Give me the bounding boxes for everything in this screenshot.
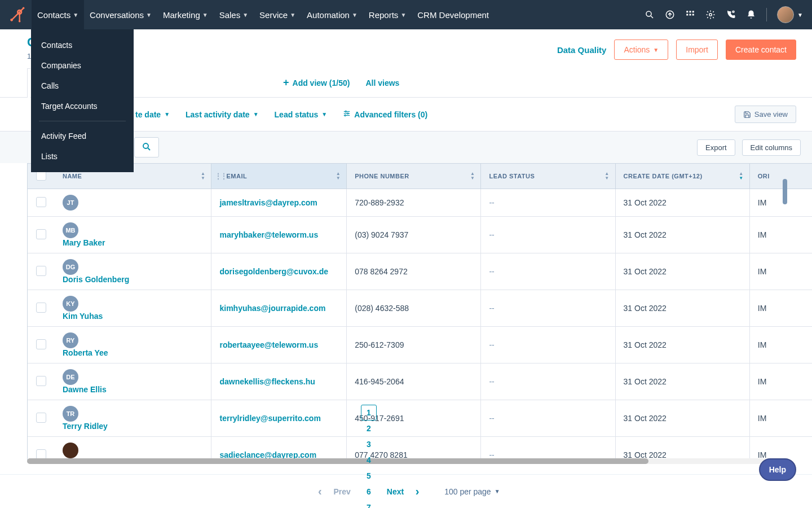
contact-email-link[interactable]: dorisegoldenberg@cuvox.de [219, 267, 328, 276]
chevron-down-icon: ▼ [146, 12, 152, 18]
pager-page-2[interactable]: 2 [361, 421, 377, 436]
per-page-select[interactable]: 100 per page▼ [444, 487, 500, 496]
filter-create-date[interactable]: te date▼ [135, 110, 170, 119]
pager-page-3[interactable]: 3 [361, 436, 377, 452]
marketplace-icon[interactable] [685, 10, 695, 20]
save-view-button[interactable]: Save view [735, 106, 796, 123]
row-checkbox[interactable] [36, 413, 46, 423]
advanced-filters[interactable]: Advanced filters (0) [343, 110, 427, 119]
upgrade-icon[interactable] [665, 10, 675, 20]
chevron-down-icon: ▼ [352, 12, 358, 18]
origin-cell: IM [749, 364, 812, 400]
pager-page-7[interactable]: 7 [361, 500, 377, 509]
pager-prev-arrow[interactable]: ‹ [312, 484, 328, 500]
tab-current[interactable] [27, 68, 30, 98]
export-button[interactable]: Export [697, 139, 735, 156]
contact-name-link[interactable]: Terry Ridley [63, 422, 108, 431]
nav-divider [766, 8, 767, 21]
sort-icon[interactable]: ▲▼ [470, 172, 475, 181]
import-button[interactable]: Import [676, 40, 718, 60]
all-views-link[interactable]: All views [365, 78, 399, 87]
row-checkbox[interactable] [36, 266, 46, 276]
nav-item-automation[interactable]: Automation▼ [301, 0, 363, 29]
column-header-ori[interactable]: ORI [749, 164, 812, 189]
nav-item-service[interactable]: Service▼ [254, 0, 301, 29]
row-checkbox[interactable] [36, 376, 46, 386]
scrollbar-thumb[interactable] [27, 458, 648, 464]
search-icon[interactable] [645, 10, 655, 20]
row-checkbox[interactable] [36, 229, 46, 239]
column-header-phone-number[interactable]: PHONE NUMBER▲▼ [347, 164, 481, 189]
column-header-lead-status[interactable]: LEAD STATUS▲▼ [481, 164, 615, 189]
pager-page-5[interactable]: 5 [361, 468, 377, 484]
sort-icon[interactable]: ▲▼ [604, 172, 609, 181]
sort-icon[interactable]: ▲▼ [201, 172, 205, 181]
contacts-table-wrap[interactable]: NAME▲▼⋮⋮EMAIL▲▼PHONE NUMBER▲▼LEAD STATUS… [27, 163, 812, 462]
row-checkbox[interactable] [36, 303, 46, 313]
pagination: ‹ Prev 1234567891011 Next › 100 per page… [0, 474, 812, 508]
contact-email-link[interactable]: robertaayee@teleworm.us [219, 340, 318, 349]
create-contact-button[interactable]: Create contact [726, 40, 796, 60]
contact-email-link[interactable]: kimhyuhas@jourrapide.com [219, 304, 325, 313]
contact-name-link[interactable]: Kim Yuhas [63, 312, 103, 321]
pager-page-6[interactable]: 6 [361, 484, 377, 500]
contact-name-link[interactable]: Roberta Yee [63, 348, 108, 357]
data-quality-link[interactable]: Data Quality [557, 45, 607, 55]
settings-gear-icon[interactable] [705, 10, 716, 20]
actions-button[interactable]: Actions▼ [614, 40, 668, 60]
sort-icon[interactable]: ▲▼ [739, 172, 743, 181]
contact-name-link[interactable]: Doris Goldenberg [63, 275, 129, 284]
account-menu[interactable]: ▼ [777, 6, 803, 23]
hubspot-logo-icon[interactable] [9, 7, 25, 23]
dropdown-item-calls[interactable]: Calls [31, 76, 134, 96]
sort-icon[interactable]: ▲▼ [336, 172, 341, 181]
notifications-bell-icon[interactable] [746, 10, 756, 20]
nav-item-marketing[interactable]: Marketing▼ [157, 0, 214, 29]
contact-email-link[interactable]: terrylridley@superrito.com [219, 414, 320, 423]
row-checkbox[interactable] [36, 449, 46, 459]
horizontal-scrollbar[interactable] [27, 458, 785, 464]
row-checkbox[interactable] [36, 339, 46, 349]
pager-prev[interactable]: Prev [330, 484, 354, 500]
pager-next[interactable]: Next [383, 484, 407, 500]
dropdown-item-contacts[interactable]: Contacts [31, 35, 134, 55]
svg-text:1: 1 [733, 11, 734, 13]
contact-email-link[interactable]: maryhbaker@teleworm.us [219, 230, 318, 239]
table-row: DGDoris Goldenbergdorisegoldenberg@cuvox… [28, 253, 812, 290]
create-date-cell: 31 Oct 2022 [615, 290, 749, 327]
drag-handle-icon[interactable]: ⋮⋮ [215, 172, 226, 180]
dropdown-item-target-accounts[interactable]: Target Accounts [31, 96, 134, 116]
contact-avatar: DG [63, 259, 78, 275]
nav-item-reports[interactable]: Reports▼ [363, 0, 412, 29]
dropdown-item-lists[interactable]: Lists [31, 146, 134, 167]
column-header-email[interactable]: ⋮⋮EMAIL▲▼ [211, 164, 347, 189]
contact-name-link[interactable]: Mary Baker [63, 238, 105, 247]
chevron-down-icon: ▼ [202, 12, 208, 18]
contact-email-link[interactable]: dawnekellis@fleckens.hu [219, 377, 315, 386]
origin-cell: IM [749, 290, 812, 327]
nav-item-contacts[interactable]: Contacts▼ [32, 0, 84, 29]
contact-name-link[interactable]: Dawne Ellis [63, 385, 107, 394]
nav-item-crm-development[interactable]: CRM Development [412, 0, 495, 29]
pager-page-4[interactable]: 4 [361, 452, 377, 468]
contact-avatar: RY [63, 332, 78, 348]
search-icon[interactable] [142, 142, 152, 154]
calling-icon[interactable]: 1 [726, 10, 736, 20]
edit-columns-button[interactable]: Edit columns [742, 139, 801, 156]
pager-page-1[interactable]: 1 [361, 405, 377, 421]
vertical-scrollbar-thumb[interactable] [783, 179, 787, 204]
dropdown-item-companies[interactable]: Companies [31, 55, 134, 76]
dropdown-item-activity-feed[interactable]: Activity Feed [31, 126, 134, 146]
nav-item-sales[interactable]: Sales▼ [214, 0, 254, 29]
filter-last-activity[interactable]: Last activity date▼ [186, 110, 259, 119]
filter-lead-status[interactable]: Lead status▼ [275, 110, 328, 119]
add-view-button[interactable]: +Add view (1/50) [283, 77, 350, 89]
nav-item-conversations[interactable]: Conversations▼ [84, 0, 157, 29]
svg-point-21 [345, 111, 346, 112]
pager-next-arrow[interactable]: › [409, 484, 425, 500]
contact-email-link[interactable]: jamesltravis@dayrep.com [219, 198, 317, 207]
help-button[interactable]: Help [759, 458, 796, 481]
column-header-create-date-gmt-12-[interactable]: CREATE DATE (GMT+12)▲▼ [615, 164, 749, 189]
origin-cell: IM [749, 217, 812, 253]
row-checkbox[interactable] [36, 197, 46, 207]
